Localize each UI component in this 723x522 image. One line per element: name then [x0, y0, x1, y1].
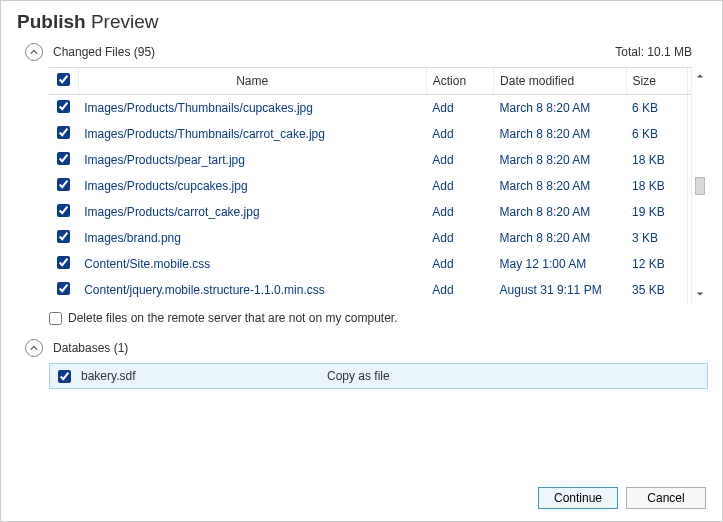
file-size: 18 KB [626, 173, 688, 199]
table-row[interactable]: Images/Products/pear_tart.jpgAddMarch 8 … [49, 147, 708, 173]
file-date: March 8 8:20 AM [494, 121, 626, 147]
databases-list: bakery.sdfCopy as file [49, 363, 708, 389]
file-date: March 8 8:20 AM [494, 225, 626, 251]
table-row[interactable]: Content/Site.mobile.cssAddMay 12 1:00 AM… [49, 251, 708, 277]
table-row[interactable]: Images/Products/carrot_cake.jpgAddMarch … [49, 199, 708, 225]
file-date: May 12 1:00 AM [494, 251, 626, 277]
row-checkbox-cell[interactable] [49, 277, 78, 303]
row-checkbox[interactable] [57, 126, 70, 139]
file-name: Images/Products/cupcakes.jpg [78, 173, 426, 199]
table-row[interactable]: Content/jquery.mobile.structure-1.1.0.mi… [49, 277, 708, 303]
delete-remote-label: Delete files on the remote server that a… [68, 311, 398, 325]
file-action: Add [426, 277, 493, 303]
continue-button[interactable]: Continue [538, 487, 618, 509]
table-row[interactable]: Images/Products/cupcakes.jpgAddMarch 8 8… [49, 173, 708, 199]
header-checkbox-cell[interactable] [49, 68, 78, 95]
file-action: Add [426, 147, 493, 173]
db-action: Copy as file [327, 369, 390, 383]
row-checkbox[interactable] [57, 100, 70, 113]
file-size: 3 KB [626, 225, 688, 251]
files-table: Name Action Date modified Size Images/Pr… [49, 68, 708, 303]
row-checkbox-cell[interactable] [49, 95, 78, 122]
scroll-thumb[interactable] [695, 177, 705, 195]
row-checkbox[interactable] [57, 204, 70, 217]
file-size: 19 KB [626, 199, 688, 225]
row-checkbox[interactable] [57, 256, 70, 269]
file-action: Add [426, 95, 493, 122]
files-table-area: Name Action Date modified Size Images/Pr… [49, 67, 708, 303]
row-checkbox-cell[interactable] [49, 251, 78, 277]
row-checkbox[interactable] [57, 282, 70, 295]
dialog-footer: Continue Cancel [538, 487, 706, 509]
header-action[interactable]: Action [426, 68, 493, 95]
file-action: Add [426, 121, 493, 147]
file-size: 35 KB [626, 277, 688, 303]
file-action: Add [426, 225, 493, 251]
row-checkbox-cell[interactable] [49, 147, 78, 173]
list-item[interactable]: bakery.sdfCopy as file [49, 363, 708, 389]
db-checkbox[interactable] [58, 370, 71, 383]
file-size: 6 KB [626, 95, 688, 122]
title-bold: Publish [17, 11, 86, 32]
row-checkbox[interactable] [57, 230, 70, 243]
file-action: Add [426, 199, 493, 225]
changed-files-header: Changed Files (95) Total: 10.1 MB [1, 39, 722, 65]
delete-remote-row: Delete files on the remote server that a… [1, 303, 722, 335]
file-date: March 8 8:20 AM [494, 199, 626, 225]
row-checkbox[interactable] [57, 178, 70, 191]
file-name: Images/Products/carrot_cake.jpg [78, 199, 426, 225]
file-action: Add [426, 173, 493, 199]
row-checkbox-cell[interactable] [49, 225, 78, 251]
databases-label: Databases (1) [53, 341, 706, 355]
scroll-up-icon[interactable] [692, 67, 708, 85]
header-size[interactable]: Size [626, 68, 688, 95]
scroll-track[interactable] [692, 85, 708, 285]
row-checkbox-cell[interactable] [49, 199, 78, 225]
changed-files-label: Changed Files (95) [53, 45, 615, 59]
databases-header: Databases (1) [1, 335, 722, 361]
file-date: August 31 9:11 PM [494, 277, 626, 303]
row-checkbox-cell[interactable] [49, 121, 78, 147]
scroll-down-icon[interactable] [692, 285, 708, 303]
table-row[interactable]: Images/Products/Thumbnails/carrot_cake.j… [49, 121, 708, 147]
row-checkbox-cell[interactable] [49, 173, 78, 199]
dialog-title: Publish Preview [1, 1, 722, 39]
file-size: 6 KB [626, 121, 688, 147]
file-name: Images/Products/Thumbnails/cupcakes.jpg [78, 95, 426, 122]
file-date: March 8 8:20 AM [494, 173, 626, 199]
file-size: 18 KB [626, 147, 688, 173]
collapse-icon[interactable] [25, 43, 43, 61]
vertical-scrollbar[interactable] [691, 67, 708, 303]
cancel-button[interactable]: Cancel [626, 487, 706, 509]
table-row[interactable]: Images/brand.pngAddMarch 8 8:20 AM3 KB [49, 225, 708, 251]
file-size: 12 KB [626, 251, 688, 277]
file-name: Content/jquery.mobile.structure-1.1.0.mi… [78, 277, 426, 303]
header-date[interactable]: Date modified [494, 68, 626, 95]
title-rest: Preview [91, 11, 159, 32]
select-all-checkbox[interactable] [57, 73, 70, 86]
file-date: March 8 8:20 AM [494, 147, 626, 173]
collapse-icon[interactable] [25, 339, 43, 357]
row-checkbox[interactable] [57, 152, 70, 165]
file-action: Add [426, 251, 493, 277]
file-name: Images/brand.png [78, 225, 426, 251]
header-name[interactable]: Name [78, 68, 426, 95]
db-name: bakery.sdf [81, 369, 327, 383]
file-date: March 8 8:20 AM [494, 95, 626, 122]
file-name: Images/Products/Thumbnails/carrot_cake.j… [78, 121, 426, 147]
delete-remote-checkbox[interactable] [49, 312, 62, 325]
total-size: Total: 10.1 MB [615, 45, 706, 59]
table-row[interactable]: Images/Products/Thumbnails/cupcakes.jpgA… [49, 95, 708, 122]
file-name: Images/Products/pear_tart.jpg [78, 147, 426, 173]
file-name: Content/Site.mobile.css [78, 251, 426, 277]
